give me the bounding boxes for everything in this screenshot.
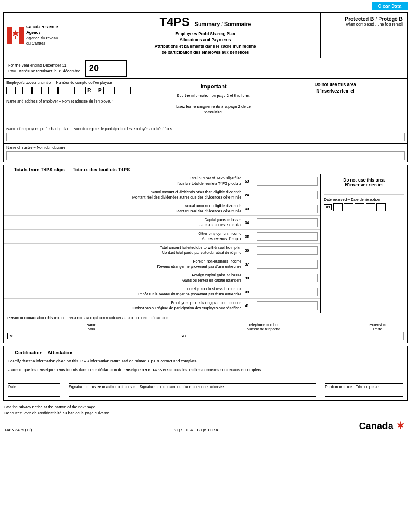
summary-label-en: Summary — [194, 21, 220, 27]
year-label: For the year ending December 31, Pour l'… — [8, 63, 80, 74]
when-completed-label: when completed / une fois rempli — [325, 22, 403, 26]
row35-label-en: Other employment income — [6, 231, 241, 237]
year-label-en: For the year ending December 31, — [8, 63, 67, 67]
sig-trustee-input[interactable] — [69, 389, 316, 397]
canada-leaf-icon — [395, 420, 407, 432]
contact-ext-en: Extension — [352, 323, 404, 327]
cert-deco-left: — — [8, 350, 13, 355]
row38-box: 38 — [245, 276, 257, 280]
employer-name-address-label: Name and address of employer – Nom et ad… — [6, 97, 161, 123]
contact-phone-en: Telephone number — [180, 323, 347, 327]
trustee-label: Name of trustee – Nom du fiduciaire — [6, 145, 405, 150]
row24-label-en: Actual amount of dividends other than el… — [6, 190, 241, 195]
contact-ext-fr: Poste — [352, 327, 404, 331]
epsp-input[interactable] — [6, 133, 405, 141]
totals-row-34: Capital gains or losses Gains ou pertes … — [4, 216, 320, 230]
row34-box: 34 — [245, 221, 257, 225]
field-78-label: 78 — [180, 333, 187, 339]
row36-input[interactable] — [257, 246, 318, 255]
row53-input[interactable] — [257, 177, 318, 186]
important-text-en: See the information on page 2 of this fo… — [168, 93, 259, 99]
totals-row-53: Total number of T4PS slips filed Nombre … — [4, 174, 320, 188]
row37-input[interactable] — [257, 260, 318, 269]
footer-privacy-en: See the privacy notice at the bottom of … — [4, 404, 407, 410]
totals-deco-right: — — [132, 167, 136, 172]
sig-date-input[interactable] — [8, 389, 60, 397]
row34-input[interactable] — [257, 218, 318, 227]
totals-do-not-use-en: Do not use this area — [324, 178, 404, 183]
contact-name-input[interactable] — [17, 332, 175, 340]
account-boxes: R P — [6, 87, 161, 94]
row36-label-fr: Montant total perdu par suite du retrait… — [6, 250, 241, 256]
do-not-use-title-en: Do not use this area — [267, 82, 404, 87]
contact-phone-input[interactable] — [189, 332, 347, 340]
row30-label-fr: Montant réel des dividendes déterminés — [6, 209, 241, 214]
row39-input[interactable] — [257, 288, 318, 296]
logo-text: Canada Revenue Agency Agence du revenu d… — [26, 24, 58, 46]
totals-row-41: Employees profit sharing plan contributi… — [4, 299, 320, 313]
row41-label-en: Employees profit sharing plan contributi… — [6, 301, 241, 306]
row39-label-en: Foreign non-business income tax — [6, 287, 241, 292]
totals-header-fr: Totaux des feuillets T4PS — [73, 167, 130, 172]
row30-input[interactable] — [257, 205, 318, 213]
rp-label2: P — [96, 87, 104, 94]
row53-label-fr: Nombre total de feuillets T4PS produits — [6, 181, 241, 186]
important-title: Important — [168, 83, 259, 90]
form-description: Employees Profit Sharing Plan Allocation… — [95, 31, 316, 55]
row36-label-en: Total amount forfeited due to withdrawal… — [6, 245, 241, 250]
sig-trustee-label: Signature of trustee or authorized perso… — [69, 385, 224, 389]
form-desc-line3: Attributions et paiements dans le cadre … — [95, 43, 316, 49]
row41-box: 41 — [245, 304, 257, 308]
row24-input[interactable] — [257, 191, 318, 199]
form-desc-line4: de participation des employés aux bénéfi… — [95, 49, 316, 55]
svg-rect-6 — [400, 426, 401, 429]
row39-label-fr: Impôt sur le revenu étranger ne provenan… — [6, 292, 241, 297]
totals-row-36: Total amount forfeited due to withdrawal… — [4, 244, 320, 257]
row35-input[interactable] — [257, 232, 318, 241]
date-received-label: Date received – Date de réception — [324, 197, 404, 202]
row36-box: 36 — [245, 248, 257, 253]
date-box-4 — [366, 203, 375, 211]
row39-box: 39 — [245, 290, 257, 294]
employer-account-label: Employer's account number – Numéro de co… — [6, 80, 161, 85]
svg-rect-1 — [19, 27, 24, 44]
row41-input[interactable] — [257, 301, 318, 310]
protected-label: Protected B / Protégé B — [325, 16, 403, 22]
agency-name-fr2: du Canada — [26, 41, 58, 46]
row41-label-fr: Cotisations au régime de participation d… — [6, 306, 241, 311]
row35-box: 35 — [245, 234, 257, 239]
trustee-input[interactable] — [6, 151, 405, 160]
date-box-2 — [344, 203, 353, 211]
totals-row-30: Actual amount of eligible dividends Mont… — [4, 202, 320, 216]
epsp-label: Name of employees profit sharing plan – … — [6, 127, 405, 131]
cert-deco-right: — — [74, 350, 79, 355]
year-input[interactable] — [101, 63, 123, 74]
row24-box: 24 — [245, 193, 257, 197]
canada-wordmark: Canada — [359, 420, 407, 432]
clear-data-button[interactable]: Clear Data — [372, 2, 408, 10]
svg-rect-2 — [12, 27, 19, 44]
row30-box: 30 — [245, 207, 257, 211]
row38-label-fr: Gains ou pertes en capital étrangers — [6, 278, 241, 283]
contact-ext-input[interactable] — [352, 332, 404, 340]
row37-label-en: Foreign non-business income — [6, 259, 241, 264]
date-box-1 — [333, 203, 343, 211]
row34-label-fr: Gains ou pertes en capital — [6, 223, 241, 228]
footer-privacy-fr: Consultez l'avis de confidentialité au b… — [4, 410, 407, 416]
row38-input[interactable] — [257, 274, 318, 282]
row37-box: 37 — [245, 262, 257, 266]
date-box-label: 93 — [324, 204, 332, 210]
svg-rect-0 — [7, 27, 12, 44]
year-label-fr: Pour l'année se terminant le 31 décembre — [8, 69, 80, 73]
sig-date-label: Date — [8, 385, 16, 389]
summary-label-fr: Sommaire — [224, 21, 251, 27]
form-desc-line2: Allocations and Payments — [95, 37, 316, 43]
agency-name-en: Canada Revenue — [26, 24, 58, 30]
row38-label-en: Foreign capital gains or losses — [6, 273, 241, 278]
svg-rect-4 — [15, 36, 16, 39]
row34-label-en: Capital gains or losses — [6, 218, 241, 223]
totals-header-dash: – — [67, 167, 70, 172]
sig-position-input[interactable] — [325, 389, 403, 397]
contact-label: Person to contact about this return – Pe… — [7, 316, 404, 320]
totals-row-24: Actual amount of dividends other than el… — [4, 188, 320, 202]
